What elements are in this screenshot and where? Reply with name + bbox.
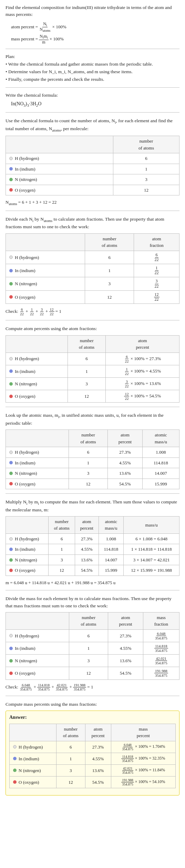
count-col-number: numberof atoms <box>113 136 179 153</box>
mm-col-massu: mass/u <box>124 516 179 533</box>
table-row: In (indium) 1 4.55% 114.818354.875 × 100… <box>10 753 176 764</box>
table-row: H (hydrogen) 6 27.3% 1.008 6 × 1.008 = 6… <box>6 533 179 544</box>
mm-col-pct: atompercent <box>75 516 99 533</box>
mf-element-o: O (oxygen) <box>6 667 69 679</box>
dot-o <box>9 482 13 485</box>
dot-n <box>9 282 13 286</box>
dot-n <box>9 659 13 663</box>
count-n: 3 <box>113 174 179 185</box>
table-row: In (indium) 1 122 × 100% = 4.55% <box>6 365 179 377</box>
ans-element-h: H (hydrogen) <box>10 741 56 753</box>
mf-element-n: N (nitrogen) <box>6 655 69 667</box>
frac-element-in: In (indium) <box>6 264 85 277</box>
answer-table: numberof atoms atompercent masspercent H… <box>9 724 176 788</box>
am-col-mass: atomicmass/u <box>142 430 179 447</box>
dot-in <box>13 757 17 760</box>
am-col-number: numberof atoms <box>69 430 108 447</box>
mf-col-element <box>6 612 69 629</box>
table-row: N (nitrogen) 3 322 × 100% = 13.6% <box>6 377 179 390</box>
atomic-mass-table: numberof atoms atompercent atomicmass/u … <box>6 430 179 489</box>
plan-step-1: • Write the chemical formula and gather … <box>6 61 179 68</box>
am-element-h: H (hydrogen) <box>6 447 69 458</box>
dot-o <box>9 569 13 572</box>
apct-col-element <box>6 335 68 353</box>
apct-element-n: N (nitrogen) <box>6 377 68 390</box>
frac-col-fraction: atomfraction <box>134 233 179 251</box>
count-h: 6 <box>113 153 179 164</box>
apct-val-in: 122 × 100% = 4.55% <box>106 365 179 377</box>
table-row: O (oxygen) 12 1222 <box>6 290 179 303</box>
table-row: H (hydrogen) 6 27.3% 6.048354.875 × 100%… <box>10 741 176 753</box>
table-row: N (nitrogen) 3 <box>6 174 179 185</box>
fraction-table: numberof atoms atomfraction H (hydrogen)… <box>6 233 179 304</box>
atom-pct-section-text: Compute atom percents using the atom fra… <box>6 325 179 332</box>
table-row: N (nitrogen) 3 13.6% 42.021354.875 <box>6 655 179 667</box>
dot-n <box>9 472 13 475</box>
element-n: N (nitrogen) <box>6 174 113 185</box>
mm-col-element <box>6 516 49 533</box>
frac-count-in: 1 <box>85 264 134 277</box>
table-row: H (hydrogen) 6 622 <box>6 251 179 264</box>
count-table: numberof atoms H (hydrogen) 6 In (indium… <box>6 136 179 195</box>
dot-h <box>9 451 13 454</box>
ans-col-number: numberof atoms <box>56 724 85 741</box>
frac-element-n: N (nitrogen) <box>6 277 85 290</box>
answer-label: Answer: <box>9 714 176 721</box>
frac-count-h: 6 <box>85 251 134 264</box>
dot-in <box>9 548 13 551</box>
table-row: O (oxygen) 12 54.5% 15.999 <box>6 479 179 489</box>
frac-element-h: H (hydrogen) <box>6 251 85 264</box>
dot-h <box>9 634 13 637</box>
ans-element-in: In (indium) <box>10 753 56 764</box>
mf-col-pct: atompercent <box>108 612 143 629</box>
mm-element-in: In (indium) <box>6 544 49 555</box>
table-row: N (nitrogen) 3 322 <box>6 277 179 290</box>
frac-col-element <box>6 233 85 251</box>
table-row: O (oxygen) 12 54.5% 191.988354.875 <box>6 667 179 679</box>
table-row: In (indium) 1 4.55% 114.818 1 × 114.818 … <box>6 544 179 555</box>
frac-count-n: 3 <box>85 277 134 290</box>
frac-val-h: 622 <box>134 251 179 264</box>
dot-in <box>9 269 13 272</box>
mass-frac-section-text: Divide the mass for each element by m to… <box>6 595 179 609</box>
dot-in <box>9 167 13 171</box>
answer-box: Answer: numberof atoms atompercent massp… <box>6 711 179 795</box>
table-row: In (indium) 1 4.55% 114.818354.875 <box>6 642 179 654</box>
mol-mass-section-text: Multiply Ni by mi to compute the mass fo… <box>6 499 179 513</box>
frac-count-o: 12 <box>85 290 134 303</box>
ans-element-o: O (oxygen) <box>10 776 56 788</box>
ans-col-mass-pct: masspercent <box>111 724 175 741</box>
dot-h <box>13 745 17 749</box>
dot-in <box>9 461 13 464</box>
table-row: H (hydrogen) 6 <box>6 153 179 164</box>
mm-col-mass: atomicmass/u <box>99 516 124 533</box>
dot-n <box>9 558 13 562</box>
table-row: O (oxygen) 12 1222 × 100% = 54.5% <box>6 390 179 403</box>
count-o: 12 <box>113 185 179 195</box>
frac-element-o: O (oxygen) <box>6 290 85 303</box>
apct-col-pct: atompercent <box>106 335 179 353</box>
table-row: N (nitrogen) 3 13.6% 14.007 3 × 14.007 =… <box>6 554 179 565</box>
apct-element-h: H (hydrogen) <box>6 353 68 365</box>
am-col-element <box>6 430 69 447</box>
dot-in <box>9 647 13 650</box>
dot-o <box>9 295 13 299</box>
apct-count-n: 3 <box>68 377 106 390</box>
dot-n <box>9 178 13 181</box>
mf-element-h: H (hydrogen) <box>6 629 69 642</box>
apct-val-h: 622 × 100% = 27.3% <box>106 353 179 365</box>
am-col-pct: atompercent <box>107 430 142 447</box>
table-row: H (hydrogen) 6 622 × 100% = 27.3% <box>6 353 179 365</box>
apct-count-o: 12 <box>68 390 106 403</box>
table-row: N (nitrogen) 3 13.6% 42.021354.875 × 100… <box>10 764 176 776</box>
count-section-text: Use the chemical formula to count the nu… <box>6 117 179 133</box>
table-row: In (indium) 1 122 <box>6 264 179 277</box>
count-in: 1 <box>113 164 179 174</box>
dot-o <box>9 672 13 675</box>
atom-pct-table: numberof atoms atompercent H (hydrogen) … <box>6 335 179 403</box>
am-element-in: In (indium) <box>6 457 69 468</box>
formula-label: Write the chemical formula: <box>6 92 179 99</box>
table-row: H (hydrogen) 6 27.3% 1.008 <box>6 447 179 458</box>
mm-element-o: O (oxygen) <box>6 565 49 576</box>
frac-val-n: 322 <box>134 277 179 290</box>
